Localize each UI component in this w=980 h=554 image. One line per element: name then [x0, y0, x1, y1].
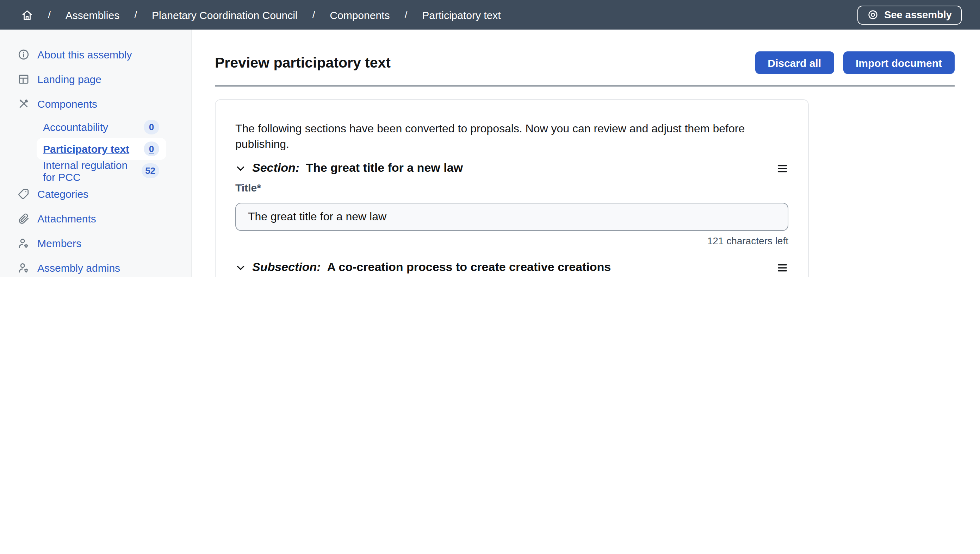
breadcrumb-separator: / — [48, 9, 51, 21]
paperclip-icon — [18, 213, 30, 224]
section-heading: A co-creation process to create creative… — [327, 261, 611, 275]
sidebar-item-components[interactable]: Components — [0, 92, 191, 116]
sidebar-item-attachments[interactable]: Attachments — [0, 206, 191, 231]
section-kind-label: Subsection: — [252, 261, 321, 275]
sidebar-item-label: Internal regulation for PCC — [43, 159, 141, 183]
breadcrumb: / Assemblies / Planetary Coordination Co… — [21, 9, 501, 21]
characters-left: 121 characters left — [707, 235, 788, 247]
sidebar-item-assembly-admins[interactable]: Assembly admins — [0, 256, 191, 277]
see-assembly-button[interactable]: See assembly — [857, 5, 962, 24]
title-label: Title* — [235, 181, 788, 194]
components-subnav: Accountability 0 Participatory text 0 In… — [37, 116, 166, 181]
breadcrumb-separator: / — [134, 9, 137, 21]
section-title-input[interactable] — [235, 203, 788, 231]
drag-handle-icon[interactable] — [776, 163, 788, 174]
sidebar-item-label: Landing page — [37, 73, 101, 85]
breadcrumb-separator: / — [313, 9, 315, 21]
breadcrumb-item-participatory-text[interactable]: Participatory text — [422, 9, 501, 21]
count-badge: 52 — [141, 163, 159, 178]
user-settings-icon — [18, 237, 30, 249]
discard-all-button[interactable]: Discard all — [755, 51, 834, 74]
sidebar-item-label: Attachments — [37, 213, 96, 224]
chevron-down-icon[interactable] — [235, 163, 246, 174]
sidebar-item-members[interactable]: Members — [0, 231, 191, 256]
sidebar-item-label: About this assembly — [37, 49, 132, 60]
breadcrumb-item-assembly-name[interactable]: Planetary Coordination Council — [152, 9, 298, 21]
sidebar: About this assembly Landing page Comp — [0, 30, 192, 277]
sidebar-item-label: Components — [37, 98, 97, 110]
sidebar-item-label: Categories — [37, 188, 88, 200]
sidebar-item-label: Accountability — [43, 121, 108, 133]
tag-icon — [18, 188, 30, 200]
admin-page: / Assemblies / Planetary Coordination Co… — [0, 0, 980, 277]
sidebar-item-label: Assembly admins — [37, 262, 120, 274]
user-settings-icon — [18, 262, 30, 274]
intro-text: The following sections have been convert… — [235, 121, 788, 152]
sidebar-item-landing-page[interactable]: Landing page — [0, 67, 191, 92]
breadcrumb-item-assemblies[interactable]: Assemblies — [65, 9, 120, 21]
sidebar-item-accountability[interactable]: Accountability 0 — [37, 116, 166, 138]
breadcrumb-separator: / — [404, 9, 407, 21]
breadcrumb-item-components[interactable]: Components — [330, 9, 389, 21]
info-icon — [18, 49, 30, 60]
count-badge: 0 — [144, 120, 159, 134]
chevron-down-icon[interactable] — [235, 262, 246, 273]
count-badge: 0 — [144, 142, 159, 156]
see-assembly-label: See assembly — [884, 9, 952, 21]
layout-icon — [18, 73, 30, 85]
sidebar-item-categories[interactable]: Categories — [0, 181, 191, 206]
drag-handle-icon[interactable] — [776, 262, 788, 273]
eye-icon — [867, 9, 879, 21]
sidebar-item-participatory-text[interactable]: Participatory text 0 — [37, 138, 166, 160]
head-divider — [215, 85, 954, 87]
import-document-button[interactable]: Import document — [843, 51, 954, 74]
preview-card: The following sections have been convert… — [215, 99, 809, 277]
sidebar-item-label: Members — [37, 237, 81, 249]
section-heading: The great title for a new law — [306, 161, 463, 175]
sidebar-item-label: Participatory text — [43, 143, 129, 155]
section-kind-label: Section: — [252, 161, 299, 175]
sidebar-item-about[interactable]: About this assembly — [0, 42, 191, 67]
top-bar: / Assemblies / Planetary Coordination Co… — [0, 0, 980, 30]
home-icon[interactable] — [21, 9, 33, 21]
main-content: Preview participatory text Discard all I… — [192, 30, 980, 277]
sidebar-item-internal-regulation[interactable]: Internal regulation for PCC 52 — [37, 160, 166, 181]
tools-icon — [18, 98, 30, 110]
page-title: Preview participatory text — [215, 54, 391, 71]
